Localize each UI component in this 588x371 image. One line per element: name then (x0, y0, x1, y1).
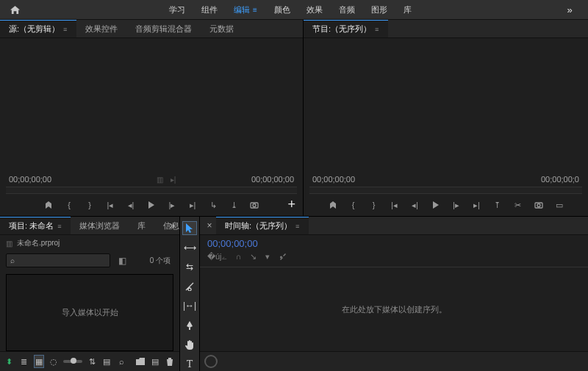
program-tabs: 节目:（无序列）≡ (304, 20, 588, 38)
overwrite-button[interactable]: ⤓ (226, 198, 242, 212)
source-transport: { } |◂ ◂| |▸ ▸| ↳ ⤓ + (0, 194, 303, 216)
new-bin-button[interactable] (135, 355, 146, 368)
list-view-button[interactable]: ≣ (19, 355, 29, 368)
extract-button[interactable]: ✂ (510, 198, 526, 212)
program-time-ruler[interactable] (309, 187, 582, 194)
freeform-view-button[interactable]: ◌ (49, 355, 59, 368)
workspace-tab-color[interactable]: 颜色 (274, 4, 290, 15)
icon-view-button[interactable]: ▦ (34, 355, 44, 368)
pen-tool[interactable] (182, 319, 197, 332)
timeline-dropzone[interactable]: 在此处放下媒体以创建序列。 (200, 267, 588, 351)
comparison-view-button[interactable]: ▭ (551, 198, 567, 212)
panel-menu-icon[interactable]: ≡ (63, 26, 68, 33)
workspace-tab-learn[interactable]: 学习 (169, 4, 185, 15)
add-marker-button[interactable] (40, 198, 57, 212)
project-search-input[interactable]: ⌕ (6, 253, 110, 267)
panel-menu-icon[interactable]: ≡ (295, 223, 300, 230)
tab-libraries[interactable]: 库 (129, 217, 154, 234)
go-to-in-button[interactable]: |◂ (102, 198, 118, 212)
hand-tool[interactable] (182, 338, 197, 351)
program-tc-in[interactable]: 00;00;00;00 (312, 175, 355, 184)
half-res-icon[interactable]: ▸| (171, 176, 176, 184)
insert-button[interactable]: ↳ (205, 198, 221, 212)
linked-selection-toggle[interactable]: ↘ (250, 252, 257, 262)
step-fwd-button[interactable]: |▸ (164, 198, 180, 212)
program-tc-out[interactable]: 00;00;00;0 (541, 175, 579, 184)
project-tabs-overflow[interactable]: » (170, 217, 175, 234)
timeline-header-icons: �újے ∩ ↘ ▾ (200, 249, 588, 267)
timeline-tabs: × 时间轴:（无序列）≡ (200, 217, 588, 235)
source-tc-in[interactable]: 00;00;00;00 (9, 175, 51, 184)
go-to-out-button[interactable]: ▸| (469, 198, 485, 212)
source-tabs: 源:（无剪辑）≡ 效果控件 音频剪辑混合器 元数据 (0, 20, 303, 38)
add-marker-button[interactable] (325, 198, 341, 212)
mark-in-button[interactable]: { (345, 198, 362, 212)
project-dropzone[interactable]: 导入媒体以开始 (6, 274, 173, 351)
source-time-ruler[interactable] (6, 187, 297, 194)
timeline-settings-button[interactable] (279, 252, 287, 262)
lift-button[interactable]: ⤒ (490, 198, 506, 212)
tab-media-browser[interactable]: 媒体浏览器 (71, 217, 129, 234)
close-panel-button[interactable]: × (200, 220, 216, 231)
step-back-button[interactable]: ◂| (123, 198, 139, 212)
export-frame-button[interactable] (246, 198, 262, 212)
timeline-drop-hint: 在此处放下媒体以创建序列。 (342, 304, 447, 315)
program-preview-area (304, 38, 588, 172)
thumbnail-size-slider[interactable] (63, 360, 82, 363)
source-tc-out[interactable]: 00;00;00;00 (251, 175, 294, 184)
play-button[interactable] (143, 198, 159, 212)
find-button[interactable]: ⌕ (116, 355, 126, 368)
program-transport: { } |◂ ◂| |▸ ▸| ⤒ ✂ ▭ (304, 194, 588, 216)
timeline-timecode[interactable]: 00;00;00;00 (200, 235, 588, 249)
go-to-in-button[interactable]: |◂ (387, 198, 403, 212)
ripple-edit-tool[interactable]: ⇆ (182, 260, 197, 273)
go-to-out-button[interactable]: ▸| (184, 198, 201, 212)
tab-program[interactable]: 节目:（无序列）≡ (304, 20, 388, 37)
razor-tool[interactable] (182, 280, 197, 293)
sequence-nest-toggle[interactable]: �újے (207, 252, 227, 262)
slip-tool[interactable]: |↔| (182, 299, 197, 312)
automate-to-sequence-button[interactable]: ▤ (101, 355, 112, 368)
mark-out-button[interactable]: } (82, 198, 98, 212)
workspace-tab-graphics[interactable]: 图形 (371, 4, 387, 15)
mark-in-button[interactable]: { (61, 198, 77, 212)
step-back-button[interactable]: ◂| (407, 198, 423, 212)
project-filter-button[interactable]: ◧ (115, 256, 129, 266)
new-item-button[interactable]: ▤ (150, 355, 160, 368)
play-button[interactable] (428, 198, 444, 212)
svg-point-1 (253, 204, 256, 207)
add-marker-button[interactable]: ▾ (265, 252, 270, 262)
workspace-tab-libraries[interactable]: 库 (404, 4, 412, 15)
home-button[interactable] (0, 0, 29, 19)
tab-project[interactable]: 项目: 未命名≡ (0, 217, 71, 234)
fit-icon[interactable]: ▥ (157, 176, 163, 184)
timeline-footer (200, 351, 588, 371)
project-writable-icon[interactable]: ⬍ (4, 355, 15, 368)
delete-button[interactable] (165, 355, 175, 368)
workspace-tab-assembly[interactable]: 组件 (201, 4, 218, 15)
tab-timeline[interactable]: 时间轴:（无序列）≡ (216, 217, 309, 234)
export-frame-button[interactable] (531, 198, 547, 212)
panel-menu-icon[interactable]: ≡ (57, 223, 62, 230)
tab-source[interactable]: 源:（无剪辑）≡ (0, 20, 76, 37)
track-select-tool[interactable]: ⟷ (182, 241, 197, 254)
tab-audio-clip-mixer[interactable]: 音频剪辑混合器 (126, 20, 201, 37)
button-editor-plus[interactable]: + (287, 197, 295, 212)
timeline-panel: × 时间轴:（无序列）≡ 00;00;00;00 �újے ∩ ↘ ▾ 在此处放… (200, 217, 588, 371)
tab-metadata[interactable]: 元数据 (201, 20, 243, 37)
sort-icons-button[interactable]: ⇅ (87, 355, 97, 368)
panel-menu-icon[interactable]: ≡ (375, 26, 379, 33)
step-fwd-button[interactable]: |▸ (448, 198, 465, 212)
source-preview-area (0, 38, 303, 172)
project-panel: 项目: 未命名≡ 媒体浏览器 库 信息 » ▥ 未命名.prproj ⌕ ◧ 0… (0, 217, 180, 371)
svg-point-3 (537, 204, 540, 207)
mark-out-button[interactable]: } (366, 198, 382, 212)
workspace-overflow-button[interactable]: » (551, 4, 588, 15)
tab-effect-controls[interactable]: 效果控件 (76, 20, 126, 37)
type-tool[interactable]: T (182, 358, 197, 371)
workspace-tab-effects[interactable]: 效果 (306, 4, 323, 15)
sync-settings-icon[interactable] (204, 355, 218, 368)
snap-toggle[interactable]: ∩ (236, 252, 242, 262)
workspace-tab-audio[interactable]: 音频 (339, 4, 355, 15)
workspace-tab-editing[interactable]: 编辑≡ (234, 4, 258, 15)
